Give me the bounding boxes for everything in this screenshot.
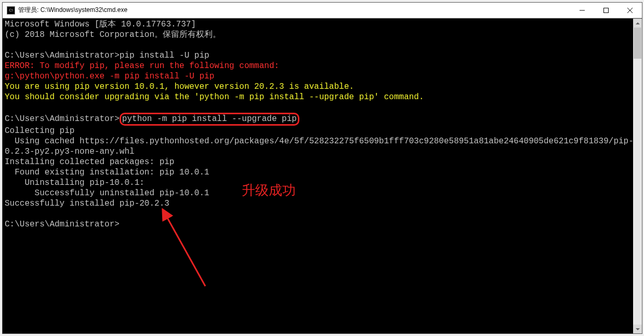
copyright-line: (c) 2018 Microsoft Corporation。保留所有权利。 xyxy=(5,30,221,39)
title-bar[interactable]: C:\ 管理员: C:\Windows\system32\cmd.exe xyxy=(3,3,642,18)
prompt-3: C:\Users\Administrator> xyxy=(5,220,120,229)
chevron-down-icon xyxy=(636,328,640,330)
output-success: Successfully installed pip-20.2.3 xyxy=(5,199,169,208)
prompt-2: C:\Users\Administrator> xyxy=(5,114,120,124)
maximize-button[interactable] xyxy=(594,3,618,18)
ms-version-line: Microsoft Windows [版本 10.0.17763.737] xyxy=(5,20,196,29)
output-found: Found existing installation: pip 10.0.1 xyxy=(5,168,209,177)
svg-rect-1 xyxy=(604,8,609,13)
warning-line-1: You are using pip version 10.0.1, howeve… xyxy=(5,82,354,91)
highlighted-command: python -m pip install --upgrade pip xyxy=(120,113,299,126)
scroll-down-button[interactable] xyxy=(633,325,642,333)
maximize-icon xyxy=(603,8,609,13)
error-line-2: g:\python\python.exe -m pip install -U p… xyxy=(5,72,214,81)
output-uninstalling: Uninstalling pip-10.0.1: xyxy=(5,178,144,187)
close-button[interactable] xyxy=(618,3,642,18)
error-line-1: ERROR: To modify pip, please run the fol… xyxy=(5,61,279,71)
close-icon xyxy=(627,8,633,13)
window-title: 管理员: C:\Windows\system32\cmd.exe xyxy=(18,6,570,15)
command-1: pip install -U pip xyxy=(120,51,209,60)
output-cache-url: Using cached https://files.pythonhosted.… xyxy=(5,137,638,156)
output-uninstalled: Successfully uninstalled pip-10.0.1 xyxy=(5,189,209,198)
prompt-1: C:\Users\Administrator> xyxy=(5,51,120,60)
cmd-window: C:\ 管理员: C:\Windows\system32\cmd.exe Mic… xyxy=(2,2,642,334)
scrollbar-thumb[interactable] xyxy=(634,28,641,59)
output-installing: Installing collected packages: pip xyxy=(5,157,174,167)
cmd-icon: C:\ xyxy=(7,6,15,15)
svg-marker-6 xyxy=(636,22,640,24)
warning-line-2: You should consider upgrading via the 'p… xyxy=(5,92,424,102)
chevron-up-icon xyxy=(636,22,640,24)
terminal-output: Microsoft Windows [版本 10.0.17763.737] (c… xyxy=(3,19,642,230)
svg-marker-7 xyxy=(636,328,640,330)
window-controls xyxy=(570,3,642,18)
scroll-up-button[interactable] xyxy=(633,19,642,28)
terminal-area[interactable]: Microsoft Windows [版本 10.0.17763.737] (c… xyxy=(3,18,642,333)
scrollbar[interactable] xyxy=(633,19,642,333)
minimize-button[interactable] xyxy=(570,3,594,18)
output-collecting: Collecting pip xyxy=(5,126,74,136)
minimize-icon xyxy=(580,8,585,13)
